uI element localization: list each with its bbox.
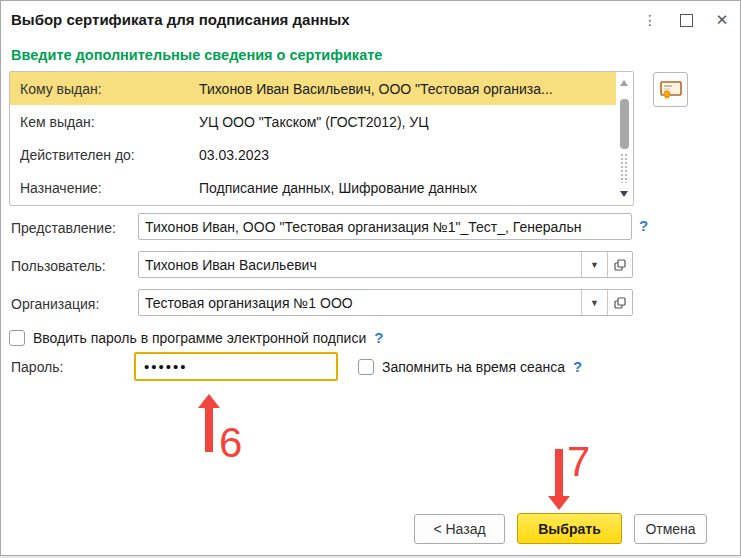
close-icon: ✕ xyxy=(716,11,729,29)
annotation-step-6: 6 xyxy=(219,419,242,467)
representation-help-link[interactable]: ? xyxy=(639,217,648,234)
certificate-icon xyxy=(660,80,682,100)
user-label: Пользователь: xyxy=(11,258,106,274)
cert-row-label: Назначение: xyxy=(10,180,199,196)
organization-combo-input[interactable]: Тестовая организация №1 ООО ▼ xyxy=(138,289,633,316)
arrow-shaft xyxy=(555,449,563,496)
cancel-button[interactable]: Отмена xyxy=(634,514,707,544)
representation-input[interactable]: Тихонов Иван, ООО "Тестовая организация … xyxy=(138,213,632,240)
remember-session-row: Запомнить на время сеанса ? xyxy=(358,358,582,375)
arrow-head xyxy=(198,394,220,408)
scrollbar-track xyxy=(620,153,629,183)
window-title: Выбор сертификата для подписания данных xyxy=(11,11,350,28)
user-value: Тихонов Иван Васильевич xyxy=(139,252,581,277)
user-combo-input[interactable]: Тихонов Иван Васильевич ▼ xyxy=(138,251,633,278)
page-subtitle: Введите дополнительные сведения о сертиф… xyxy=(11,47,382,63)
organization-dropdown-button[interactable]: ▼ xyxy=(581,290,607,315)
open-in-window-icon xyxy=(614,259,626,271)
password-value: •••••• xyxy=(144,358,188,375)
back-button-label: < Назад xyxy=(433,521,485,537)
cert-row-issued-by[interactable]: Кем выдан: УЦ ООО "Такском" (ГОСТ2012), … xyxy=(10,105,616,138)
close-button[interactable]: ✕ xyxy=(710,8,734,32)
select-button[interactable]: Выбрать xyxy=(517,513,622,544)
scrollbar-thumb[interactable] xyxy=(620,99,629,149)
show-certificate-button[interactable] xyxy=(653,72,688,107)
cert-row-value: Подписание данных, Шифрование данных xyxy=(199,180,616,196)
table-scrollbar[interactable] xyxy=(617,73,632,204)
enter-password-help-link[interactable]: ? xyxy=(374,329,383,346)
title-bar: Выбор сертификата для подписания данных … xyxy=(1,1,740,41)
password-input[interactable]: •••••• xyxy=(134,352,338,381)
select-button-label: Выбрать xyxy=(538,521,601,537)
organization-label: Организация: xyxy=(11,296,99,312)
cancel-button-label: Отмена xyxy=(645,521,695,537)
representation-label: Представление: xyxy=(11,220,116,236)
representation-value: Тихонов Иван, ООО "Тестовая организация … xyxy=(145,219,582,235)
cert-row-valid-until[interactable]: Действителен до: 03.03.2023 xyxy=(10,138,616,171)
cert-row-label: Кому выдан: xyxy=(10,81,199,97)
scroll-up-icon[interactable] xyxy=(620,80,628,86)
remember-session-help-link[interactable]: ? xyxy=(573,358,582,375)
arrow-head xyxy=(548,496,570,510)
cert-row-issued-to[interactable]: Кому выдан: Тихонов Иван Васильевич, ООО… xyxy=(10,72,616,105)
password-label: Пароль: xyxy=(11,359,63,375)
maximize-button[interactable] xyxy=(674,8,698,32)
user-dropdown-button[interactable]: ▼ xyxy=(581,252,607,277)
maximize-icon xyxy=(680,14,693,27)
enter-password-in-program-label: Вводить пароль в программе электронной п… xyxy=(33,330,366,346)
window-menu-button[interactable]: ⋮ xyxy=(638,8,662,32)
cert-row-value: 03.03.2023 xyxy=(199,147,616,163)
cert-row-label: Кем выдан: xyxy=(10,114,199,130)
organization-open-button[interactable] xyxy=(607,290,632,315)
kebab-menu-icon: ⋮ xyxy=(643,13,657,27)
scroll-down-icon[interactable] xyxy=(620,191,628,197)
open-in-window-icon xyxy=(614,297,626,309)
cert-row-purpose[interactable]: Назначение: Подписание данных, Шифровани… xyxy=(10,171,616,204)
arrow-shaft xyxy=(205,408,213,452)
remember-session-label: Запомнить на время сеанса xyxy=(382,359,565,375)
enter-password-in-program-checkbox[interactable] xyxy=(9,330,25,346)
remember-session-checkbox[interactable] xyxy=(358,359,374,375)
chevron-down-icon: ▼ xyxy=(590,260,599,270)
cert-row-label: Действителен до: xyxy=(10,147,199,163)
organization-value: Тестовая организация №1 ООО xyxy=(139,290,581,315)
cert-row-value: УЦ ООО "Такском" (ГОСТ2012), УЦ xyxy=(199,114,616,130)
user-open-button[interactable] xyxy=(607,252,632,277)
cert-row-value: Тихонов Иван Васильевич, ООО "Тестовая о… xyxy=(199,81,616,97)
certificate-details-table: Кому выдан: Тихонов Иван Васильевич, ООО… xyxy=(9,71,634,206)
enter-password-in-program-row: Вводить пароль в программе электронной п… xyxy=(9,329,383,346)
certificate-rows: Кому выдан: Тихонов Иван Васильевич, ООО… xyxy=(10,72,616,205)
annotation-arrow-up xyxy=(198,394,220,452)
chevron-down-icon: ▼ xyxy=(590,298,599,308)
window-controls: ⋮ ✕ xyxy=(638,8,734,32)
annotation-step-7: 7 xyxy=(567,438,590,486)
certificate-selection-dialog: Выбор сертификата для подписания данных … xyxy=(0,0,741,556)
back-button[interactable]: < Назад xyxy=(414,514,505,544)
